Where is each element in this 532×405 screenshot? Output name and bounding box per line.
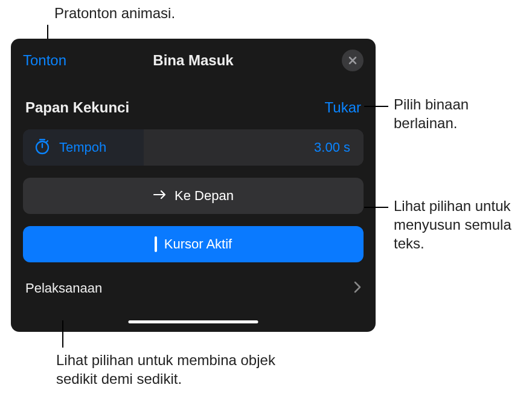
cursor-button[interactable]: Kursor Aktif	[23, 226, 364, 262]
close-icon	[348, 56, 357, 65]
panel-header: Tonton Bina Masuk	[23, 50, 364, 71]
callout-line	[364, 106, 388, 107]
direction-button-label: Ke Depan	[175, 188, 234, 204]
callout-choose-different-text: Pilih binaan berlainan.	[394, 96, 469, 131]
callout-preview-text: Pratonton animasi.	[54, 5, 175, 21]
chevron-right-icon	[354, 281, 361, 296]
duration-label: Tempoh	[59, 140, 106, 155]
duration-row[interactable]: Tempoh 3.00 s	[23, 129, 364, 166]
callout-build-gradually-text: Lihat pilihan untuk membina objek sediki…	[56, 352, 275, 387]
delivery-row[interactable]: Pelaksanaan	[23, 280, 364, 296]
home-indicator	[129, 320, 258, 323]
section-label: Papan Kekunci	[25, 99, 129, 116]
callout-build-gradually: Lihat pilihan untuk membina objek sediki…	[56, 351, 310, 388]
section-row: Papan Kekunci Tukar	[23, 99, 364, 116]
callout-line	[364, 207, 388, 208]
arrow-right-icon	[153, 188, 167, 204]
build-in-panel: Tonton Bina Masuk Papan Kekunci Tukar Te…	[11, 39, 376, 332]
callout-reorder-text: Lihat pilihan untuk menyusun semula teks…	[394, 198, 511, 251]
duration-left: Tempoh	[23, 129, 144, 166]
callout-reorder: Lihat pilihan untuk menyusun semula teks…	[394, 196, 532, 253]
watch-link[interactable]: Tonton	[23, 52, 66, 69]
change-link[interactable]: Tukar	[325, 99, 361, 116]
close-button[interactable]	[342, 50, 364, 71]
cursor-icon	[155, 236, 157, 252]
delivery-label: Pelaksanaan	[25, 280, 102, 296]
direction-button[interactable]: Ke Depan	[23, 178, 364, 214]
cursor-button-label: Kursor Aktif	[164, 236, 232, 252]
callout-line	[62, 320, 63, 348]
panel-title: Bina Masuk	[153, 52, 233, 69]
duration-right: 3.00 s	[144, 129, 364, 166]
timer-icon	[34, 138, 51, 157]
callout-preview: Pratonton animasi.	[54, 4, 175, 22]
duration-value: 3.00 s	[314, 140, 350, 155]
callout-choose-different: Pilih binaan berlainan.	[394, 95, 527, 132]
